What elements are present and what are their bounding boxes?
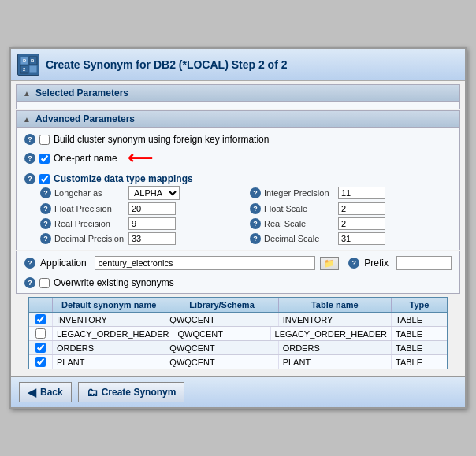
customize-help-icon[interactable]: ? bbox=[24, 173, 35, 184]
real-scale-row: ? Real Scale bbox=[250, 217, 452, 230]
th-type: Type bbox=[392, 298, 447, 312]
application-label: Application bbox=[40, 258, 87, 269]
back-label: Back bbox=[40, 387, 63, 398]
arrow-annotation: ⟵ bbox=[128, 148, 153, 169]
decimal-scale-row: ? Decimal Scale bbox=[250, 232, 452, 245]
advanced-params-body: ? Build cluster synonym using foreign ke… bbox=[16, 128, 460, 250]
advanced-params-header[interactable]: ▲ Advanced Parameters bbox=[16, 110, 460, 128]
synonym-table-wrapper: Default synonym name Library/Schema Tabl… bbox=[16, 294, 460, 373]
build-cluster-help-icon[interactable]: ? bbox=[24, 134, 35, 145]
real-precision-help-icon[interactable]: ? bbox=[40, 218, 51, 229]
row2-table: LEGACY_ORDER_HEADER bbox=[271, 327, 392, 340]
one-part-name-label: One-part name bbox=[54, 153, 117, 164]
longchar-select[interactable]: ALPHA CHAR TEXT bbox=[128, 186, 180, 200]
row2-checkbox[interactable] bbox=[35, 328, 46, 339]
customize-row: ? Customize data type mappings bbox=[24, 173, 452, 184]
row3-synonym: ORDERS bbox=[53, 341, 165, 354]
data-type-grid: ? Longchar as ALPHA CHAR TEXT ? Integer … bbox=[40, 186, 452, 245]
row4-type: TABLE bbox=[392, 355, 447, 369]
real-scale-label: Real Scale bbox=[264, 219, 335, 228]
table-row: PLANT QWQCENT PLANT TABLE bbox=[29, 355, 447, 369]
float-precision-label: Float Precision bbox=[54, 204, 125, 213]
row1-checkbox[interactable] bbox=[35, 314, 46, 324]
decimal-precision-input[interactable] bbox=[128, 232, 176, 245]
row3-checkbox[interactable] bbox=[35, 343, 46, 353]
integer-precision-input[interactable] bbox=[338, 187, 385, 199]
real-scale-help-icon[interactable]: ? bbox=[250, 218, 261, 229]
one-part-name-row: ? One-part name ⟵ bbox=[24, 146, 452, 170]
row2-schema: QWQCENT bbox=[173, 327, 270, 340]
table-row: LEGACY_ORDER_HEADER QWQCENT LEGACY_ORDER… bbox=[29, 327, 447, 341]
advanced-params-label: Advanced Parameters bbox=[35, 113, 135, 124]
th-check bbox=[29, 298, 53, 312]
integer-precision-help-icon[interactable]: ? bbox=[250, 187, 261, 198]
svg-text:D: D bbox=[23, 58, 27, 63]
decimal-precision-row: ? Decimal Precision bbox=[40, 232, 242, 245]
row2-check-cell bbox=[29, 327, 53, 340]
window-icon: D B 2 bbox=[17, 54, 39, 76]
prefix-help-icon[interactable]: ? bbox=[348, 258, 359, 269]
customize-checkbox[interactable] bbox=[39, 174, 50, 184]
decimal-scale-help-icon[interactable]: ? bbox=[250, 233, 261, 244]
build-cluster-checkbox[interactable] bbox=[39, 135, 50, 145]
longchar-label: Longchar as bbox=[54, 188, 125, 198]
content-area: ▲ Selected Parameters ▲ Advanced Paramet… bbox=[11, 81, 465, 376]
decimal-precision-label: Decimal Precision bbox=[54, 234, 125, 243]
back-button[interactable]: ◀ Back bbox=[19, 382, 72, 402]
browse-icon: 📁 bbox=[324, 258, 335, 269]
back-icon: ◀ bbox=[28, 386, 36, 399]
th-synonym-name: Default synonym name bbox=[53, 298, 165, 312]
selected-params-toggle: ▲ bbox=[23, 89, 31, 98]
row4-table: PLANT bbox=[279, 355, 392, 369]
table-header: Default synonym name Library/Schema Tabl… bbox=[29, 298, 447, 313]
svg-text:B: B bbox=[31, 58, 35, 63]
row3-type: TABLE bbox=[392, 341, 447, 354]
float-precision-input[interactable] bbox=[128, 202, 176, 215]
float-precision-help-icon[interactable]: ? bbox=[40, 203, 51, 214]
float-scale-row: ? Float Scale bbox=[250, 202, 452, 215]
application-help-icon[interactable]: ? bbox=[24, 258, 35, 269]
application-input[interactable] bbox=[95, 256, 316, 270]
create-synonym-button[interactable]: 🗂 Create Synonym bbox=[78, 382, 185, 402]
decimal-scale-input[interactable] bbox=[338, 232, 385, 245]
longchar-row: ? Longchar as ALPHA CHAR TEXT bbox=[40, 186, 242, 200]
row1-type: TABLE bbox=[392, 313, 447, 326]
selected-params-label: Selected Parameters bbox=[35, 87, 128, 98]
row1-table: INVENTORY bbox=[279, 313, 392, 326]
application-browse-button[interactable]: 📁 bbox=[320, 257, 339, 270]
row4-checkbox[interactable] bbox=[35, 357, 46, 367]
one-part-name-checkbox[interactable] bbox=[39, 154, 50, 164]
row2-synonym: LEGACY_ORDER_HEADER bbox=[53, 327, 173, 340]
synonym-table: Default synonym name Library/Schema Tabl… bbox=[28, 297, 448, 369]
overwrite-help-icon[interactable]: ? bbox=[24, 277, 35, 288]
row4-schema: QWQCENT bbox=[165, 355, 278, 369]
real-precision-input[interactable] bbox=[128, 217, 176, 230]
real-scale-input[interactable] bbox=[338, 217, 385, 230]
longchar-help-icon[interactable]: ? bbox=[40, 187, 51, 198]
one-part-name-help-icon[interactable]: ? bbox=[24, 153, 35, 164]
prefix-label: Prefix bbox=[364, 258, 389, 269]
decimal-scale-label: Decimal Scale bbox=[264, 234, 335, 243]
row2-type: TABLE bbox=[392, 327, 447, 340]
customize-label: Customize data type mappings bbox=[54, 173, 193, 184]
float-scale-help-icon[interactable]: ? bbox=[250, 203, 261, 214]
overwrite-checkbox[interactable] bbox=[39, 278, 50, 288]
table-row: ORDERS QWQCENT ORDERS TABLE bbox=[29, 341, 447, 355]
row3-table: ORDERS bbox=[279, 341, 392, 354]
float-precision-row: ? Float Precision bbox=[40, 202, 242, 215]
create-synonym-label: Create Synonym bbox=[102, 387, 177, 398]
decimal-precision-help-icon[interactable]: ? bbox=[40, 233, 51, 244]
selected-params-header[interactable]: ▲ Selected Parameters bbox=[16, 84, 460, 102]
main-window: D B 2 Create Synonym for DB2 (*LOCAL) St… bbox=[9, 47, 467, 409]
prefix-input[interactable] bbox=[396, 256, 452, 270]
table-row: INVENTORY QWQCENT INVENTORY TABLE bbox=[29, 313, 447, 327]
svg-rect-3 bbox=[29, 65, 37, 73]
row3-schema: QWQCENT bbox=[165, 341, 278, 354]
overwrite-label: Overwrite existing synonyms bbox=[54, 277, 174, 288]
real-precision-row: ? Real Precision bbox=[40, 217, 242, 230]
selected-params-body bbox=[16, 102, 460, 109]
title-bar: D B 2 Create Synonym for DB2 (*LOCAL) St… bbox=[11, 49, 465, 81]
window-title: Create Synonym for DB2 (*LOCAL) Step 2 o… bbox=[46, 58, 288, 71]
float-scale-input[interactable] bbox=[338, 202, 385, 215]
row1-schema: QWQCENT bbox=[165, 313, 278, 326]
